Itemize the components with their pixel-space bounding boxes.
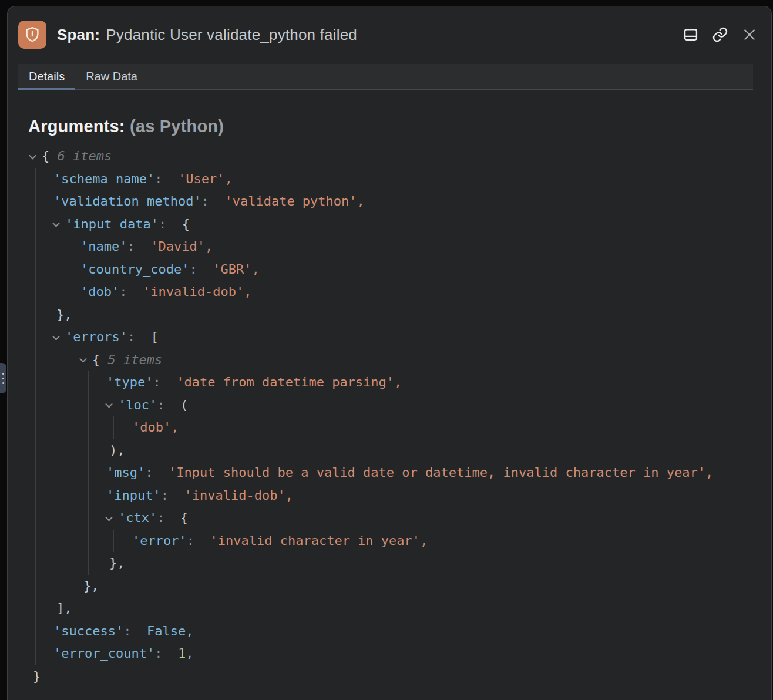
panel-resize-handle[interactable] [0, 363, 6, 393]
panel-bottom-icon[interactable] [682, 26, 700, 43]
token-str: 'invalid-dob', [143, 281, 251, 304]
token-key: 'dob' [80, 281, 119, 304]
token-colon: : [127, 326, 151, 349]
token-num: 1 [178, 642, 186, 665]
screen: Span:Pydantic User validate_python faile… [0, 0, 773, 700]
token-key: 'loc' [118, 394, 157, 417]
token-str: 'David', [150, 235, 213, 258]
code-line: { 5 items [28, 349, 763, 372]
token-key: 'error_count' [53, 642, 154, 665]
code-line: { 6 items [28, 145, 763, 168]
span-name: Pydantic User validate_python failed [106, 26, 357, 43]
section-heading-main: Arguments: [28, 117, 125, 136]
token-colon: : [201, 190, 225, 213]
link-icon[interactable] [711, 26, 729, 43]
code-line: 'input': 'invalid-dob', [28, 484, 763, 507]
token-items: 5 items [108, 349, 163, 372]
token-punct: ), [109, 439, 125, 462]
token-key: 'errors' [65, 326, 127, 349]
token-colon: : [161, 484, 184, 507]
token-key: 'name' [80, 235, 127, 258]
token-punct: }, [56, 304, 72, 327]
span-kind-label: Span: [57, 26, 100, 43]
token-colon: : [123, 620, 147, 643]
token-key: 'input_data' [65, 213, 159, 236]
code-line: 'ctx': { [28, 507, 763, 530]
token-punct: ], [56, 597, 72, 620]
token-colon: : [159, 213, 182, 236]
token-str: 'GBR', [213, 258, 259, 281]
token-key: 'country_code' [80, 258, 189, 281]
token-colon: : [154, 642, 178, 665]
token-str: 'User', [178, 168, 233, 191]
token-key: 'input' [106, 484, 161, 507]
code-line: }, [28, 552, 763, 575]
token-punct: { [42, 145, 58, 168]
chevron-down-icon[interactable] [30, 150, 42, 162]
code-line: } [28, 665, 763, 688]
token-punct: { [180, 507, 188, 530]
close-icon[interactable] [741, 26, 758, 43]
token-str: 'date_from_datetime_parsing', [176, 371, 402, 394]
token-str: 'dob', [132, 416, 179, 439]
tab-raw-data[interactable]: Raw Data [75, 64, 148, 89]
token-key: 'error' [132, 530, 187, 553]
section-heading: Arguments: (as Python) [28, 117, 224, 136]
code-line: 'schema_name': 'User', [28, 168, 763, 191]
token-punct: }, [83, 575, 99, 598]
token-str: 'Input should be a valid date or datetim… [169, 462, 713, 484]
token-key: 'ctx' [118, 507, 157, 530]
token-bool: , [186, 642, 193, 665]
chevron-down-icon[interactable] [53, 218, 65, 230]
section-heading-suffix: (as Python) [130, 117, 224, 136]
panel-title: Span:Pydantic User validate_python faile… [57, 26, 357, 44]
token-colon: : [145, 462, 169, 484]
token-colon: : [119, 281, 143, 304]
code-line: 'name': 'David', [28, 235, 763, 258]
token-colon: : [153, 371, 176, 394]
token-colon: : [189, 258, 213, 281]
token-punct: }, [109, 552, 125, 575]
chevron-down-icon[interactable] [53, 331, 65, 343]
token-key: 'type' [106, 371, 153, 394]
chevron-down-icon[interactable] [80, 354, 92, 366]
token-punct: { [182, 213, 190, 236]
code-line: 'validation_method': 'validate_python', [28, 190, 763, 213]
code-line: 'dob': 'invalid-dob', [28, 281, 763, 304]
token-colon: : [187, 530, 210, 553]
token-key: 'msg' [106, 462, 145, 484]
code-line: 'msg': 'Input should be a valid date or … [28, 462, 763, 484]
code-tree: { 6 items'schema_name': 'User','validati… [28, 145, 763, 689]
token-colon: : [157, 394, 180, 417]
tab-bar: DetailsRaw Data [18, 64, 753, 90]
token-colon: : [154, 168, 178, 191]
code-line: }, [28, 304, 763, 327]
token-colon: : [157, 507, 180, 530]
token-str: 'invalid-dob', [184, 484, 293, 507]
token-punct: { [92, 349, 108, 372]
span-detail-panel: Span:Pydantic User validate_python faile… [7, 6, 772, 700]
token-items: 6 items [58, 145, 112, 168]
chevron-down-icon[interactable] [106, 399, 118, 411]
code-line: ], [28, 597, 763, 620]
token-bool: False, [147, 620, 193, 643]
code-line: 'error': 'invalid character in year', [28, 530, 763, 553]
panel-header: Span:Pydantic User validate_python faile… [8, 6, 771, 63]
code-line: 'success': False, [28, 620, 763, 643]
code-line: ), [28, 439, 763, 462]
chevron-down-icon[interactable] [106, 512, 118, 524]
token-key: 'success' [53, 620, 123, 643]
token-punct: [ [151, 326, 159, 349]
shield-alert-icon [18, 21, 46, 49]
header-actions [682, 26, 758, 43]
code-line: 'errors': [ [28, 326, 763, 349]
token-key: 'validation_method' [53, 190, 201, 213]
code-line: 'country_code': 'GBR', [28, 258, 763, 281]
code-line: 'loc': ( [28, 394, 763, 417]
code-line: 'type': 'date_from_datetime_parsing', [28, 371, 763, 394]
code-line: }, [28, 575, 763, 598]
token-str: 'validate_python', [224, 190, 364, 213]
token-colon: : [127, 235, 150, 258]
code-line: 'error_count': 1, [28, 642, 763, 665]
tab-details[interactable]: Details [18, 64, 75, 89]
